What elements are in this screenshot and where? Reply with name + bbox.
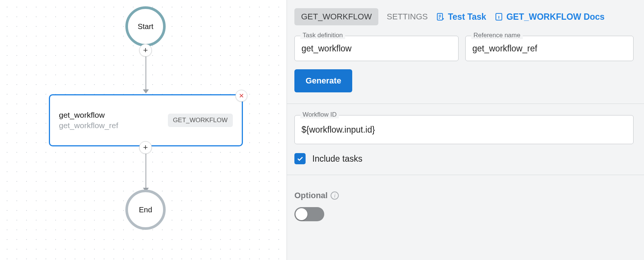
- task-definition-field: Task definition: [294, 36, 459, 61]
- optional-label: Optional: [294, 191, 328, 200]
- info-icon[interactable]: i: [331, 191, 339, 200]
- reference-name-label: Reference name: [471, 32, 523, 39]
- start-node-label: Start: [138, 22, 153, 31]
- docs-icon: [494, 12, 503, 21]
- tab-settings[interactable]: SETTINGS: [387, 12, 428, 22]
- workflow-id-label: Workflow ID: [300, 111, 339, 118]
- check-icon: [296, 155, 304, 162]
- workflow-id-field: Workflow ID: [294, 115, 634, 144]
- end-node-label: End: [139, 206, 152, 214]
- delete-node-button[interactable]: ✕: [235, 90, 247, 102]
- docs-link[interactable]: GET_WORKFLOW Docs: [494, 12, 604, 22]
- add-node-button-top[interactable]: +: [139, 44, 152, 57]
- include-tasks-label: Include tasks: [312, 154, 362, 164]
- reference-name-field: Reference name: [465, 36, 634, 61]
- test-task-label: Test Task: [448, 12, 486, 22]
- task-type-badge: GET_WORKFLOW: [168, 114, 233, 127]
- panel-tabs: GET_WORKFLOW SETTINGS Test Task GET_WORK…: [294, 8, 634, 25]
- task-config-panel: GET_WORKFLOW SETTINGS Test Task GET_WORK…: [287, 0, 644, 260]
- generate-button[interactable]: Generate: [294, 69, 352, 92]
- task-node-ref: get_workflow_ref: [59, 121, 118, 130]
- toggle-knob: [296, 208, 307, 220]
- optional-toggle[interactable]: [294, 207, 324, 221]
- task-node[interactable]: get_workflow get_workflow_ref GET_WORKFL…: [49, 94, 243, 146]
- close-icon: ✕: [239, 92, 244, 100]
- workflow-canvas[interactable]: Start + get_workflow get_workflow_ref GE…: [0, 0, 287, 260]
- add-node-button-bottom[interactable]: +: [139, 141, 152, 154]
- arrow-down-icon: [143, 89, 149, 93]
- task-definition-label: Task definition: [300, 32, 345, 39]
- tab-get-workflow[interactable]: GET_WORKFLOW: [294, 8, 378, 25]
- include-tasks-checkbox[interactable]: [294, 153, 306, 164]
- test-task-icon: [436, 12, 445, 21]
- reference-name-input[interactable]: [465, 36, 634, 61]
- task-node-title: get_workflow: [59, 111, 118, 120]
- task-definition-input[interactable]: [294, 36, 459, 61]
- workflow-id-input[interactable]: [294, 115, 634, 144]
- docs-label: GET_WORKFLOW Docs: [506, 12, 604, 22]
- test-task-link[interactable]: Test Task: [436, 12, 486, 22]
- end-node[interactable]: End: [125, 190, 166, 230]
- start-node[interactable]: Start: [125, 6, 166, 47]
